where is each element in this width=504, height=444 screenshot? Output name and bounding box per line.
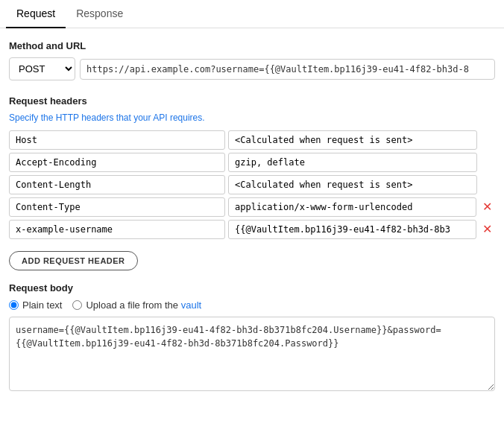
tab-request[interactable]: Request [6, 0, 66, 28]
request-headers-label: Request headers [9, 95, 495, 107]
header-value-input[interactable] [228, 220, 476, 239]
request-headers-section: Request headers Specify the HTTP headers… [9, 95, 495, 239]
header-row: ✕ [9, 220, 495, 239]
method-url-row: POST GET PUT PATCH DELETE [9, 57, 495, 80]
radio-plain-text-input[interactable] [9, 300, 19, 310]
tabs-bar: Request Response [0, 0, 504, 28]
request-body-textarea[interactable]: username={{@VaultItem.bp116j39-eu41-4f82… [9, 317, 495, 391]
delete-header-button[interactable]: ✕ [479, 222, 495, 237]
header-key-input[interactable] [9, 153, 225, 172]
header-key-input[interactable] [9, 130, 225, 150]
request-body-section: Request body Plain text Upload a file fr… [9, 282, 495, 393]
radio-plain-text-label: Plain text [22, 299, 62, 311]
header-value-input[interactable] [228, 153, 477, 172]
request-body-label: Request body [9, 282, 495, 294]
header-value-input[interactable] [228, 197, 476, 217]
url-input[interactable] [80, 59, 495, 80]
header-row [9, 175, 495, 194]
header-key-input[interactable] [9, 175, 225, 194]
delete-header-button[interactable]: ✕ [479, 200, 495, 215]
radio-plain-text[interactable]: Plain text [9, 299, 62, 311]
header-row: ✕ [9, 197, 495, 217]
main-content: Method and URL POST GET PUT PATCH DELETE… [0, 28, 504, 405]
radio-upload-vault-label: Upload a file from the vault [86, 299, 201, 311]
radio-upload-vault[interactable]: Upload a file from the vault [72, 299, 201, 311]
tab-response[interactable]: Response [66, 0, 133, 28]
radio-options-row: Plain text Upload a file from the vault [9, 299, 495, 311]
radio-upload-vault-input[interactable] [72, 300, 82, 310]
request-headers-description: Specify the HTTP headers that your API r… [9, 112, 495, 123]
method-select[interactable]: POST GET PUT PATCH DELETE [9, 57, 75, 80]
header-value-input[interactable] [228, 175, 477, 194]
header-key-input[interactable] [9, 220, 225, 239]
header-value-input[interactable] [228, 130, 477, 150]
add-request-header-button[interactable]: ADD REQUEST HEADER [9, 251, 138, 270]
method-url-label: Method and URL [9, 40, 495, 51]
header-row [9, 130, 495, 150]
header-row [9, 153, 495, 172]
header-key-input[interactable] [9, 197, 225, 217]
vault-link[interactable]: vault [181, 299, 201, 311]
